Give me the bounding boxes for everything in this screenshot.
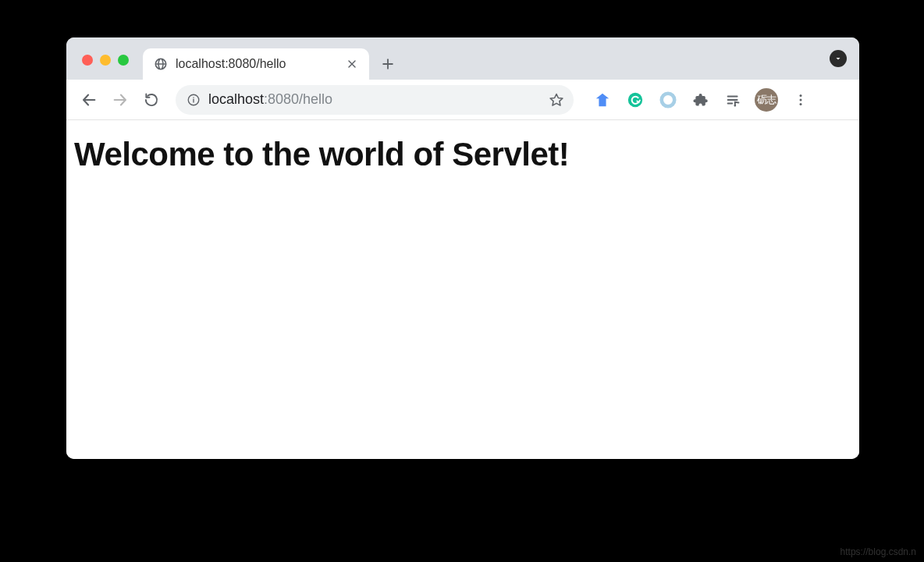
globe-icon [154, 57, 168, 71]
extension-ring-icon[interactable] [656, 88, 680, 112]
window-minimize-button[interactable] [100, 55, 111, 66]
traffic-lights [77, 55, 143, 80]
browser-window: localhost:8080/hello [66, 37, 859, 459]
page-heading: Welcome to the world of Servlet! [74, 136, 851, 173]
extension-grammarly-icon[interactable] [624, 88, 647, 112]
extension-capture-icon[interactable] [591, 88, 614, 112]
account-dropdown-button[interactable] [830, 50, 847, 67]
profile-avatar[interactable]: 砺志 [755, 88, 778, 112]
new-tab-button[interactable] [374, 50, 402, 78]
omnibox-url-host: localhost [208, 91, 264, 107]
svg-marker-9 [550, 94, 563, 105]
svg-point-17 [800, 98, 802, 101]
svg-point-16 [800, 94, 802, 97]
window-maximize-button[interactable] [118, 55, 129, 66]
tab-strip-right [830, 50, 847, 67]
svg-point-8 [193, 97, 194, 98]
svg-point-11 [662, 93, 675, 106]
svg-point-15 [734, 105, 736, 106]
bookmark-star-icon[interactable] [549, 92, 564, 108]
media-control-icon[interactable] [722, 88, 745, 112]
svg-point-18 [800, 102, 802, 105]
window-close-button[interactable] [82, 55, 93, 66]
omnibox[interactable]: localhost:8080/hello [176, 85, 574, 115]
browser-tab[interactable]: localhost:8080/hello [143, 48, 369, 80]
site-info-icon[interactable] [187, 93, 201, 107]
extensions-row: 砺志 [591, 87, 814, 113]
forward-button[interactable] [107, 87, 133, 113]
toolbar: localhost:8080/hello 砺 [66, 80, 859, 120]
omnibox-url: localhost:8080/hello [208, 91, 332, 108]
watermark-text: https://blog.csdn.n [840, 546, 916, 557]
page-content: Welcome to the world of Servlet! [66, 120, 859, 459]
tab-title: localhost:8080/hello [176, 57, 338, 71]
extensions-puzzle-icon[interactable] [689, 88, 713, 112]
tab-strip: localhost:8080/hello [66, 37, 859, 80]
browser-menu-button[interactable] [787, 87, 814, 113]
tab-close-button[interactable] [346, 58, 358, 70]
reload-button[interactable] [138, 87, 165, 113]
omnibox-url-path: :8080/hello [264, 91, 332, 107]
avatar-text: 砺志 [757, 88, 776, 112]
back-button[interactable] [76, 87, 102, 113]
